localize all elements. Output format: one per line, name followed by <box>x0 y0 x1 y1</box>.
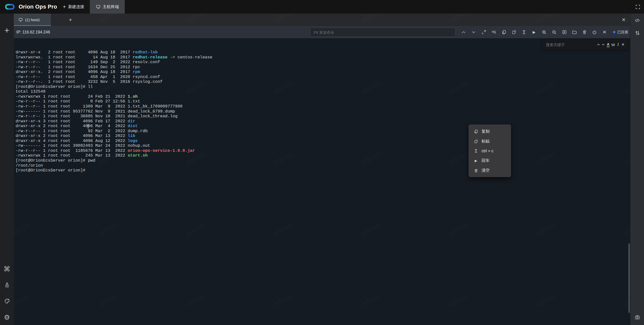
status-label: 已连接 <box>617 30 628 34</box>
terminal-line: -rw-r--r--. 1 root root 3232 Nov 5 2016 … <box>16 79 630 84</box>
match-case-icon[interactable]: A <box>606 40 611 50</box>
copy-icon <box>474 129 478 134</box>
app-logo-icon <box>4 3 16 11</box>
command-icon[interactable]: ⌘ <box>0 264 14 274</box>
send-command-input[interactable] <box>310 28 455 37</box>
paste-icon[interactable] <box>509 26 519 38</box>
session-tab-bar: (1) host1 + ✕ <box>14 14 630 26</box>
terminal-line: drwxr-xr-x 2 root root 4096 Aug 18 2017 … <box>16 50 630 55</box>
code-icon[interactable] <box>630 15 644 26</box>
terminal-line: -rw-r--r-- 1 root root 458 Apr 1 2020 rs… <box>16 75 630 80</box>
swap-vertical-icon[interactable] <box>630 27 644 39</box>
terminal-line: [root@OrionEcsServer orion]# <box>16 168 630 173</box>
screenshot-camera-icon[interactable] <box>630 312 644 322</box>
text-cursor <box>88 124 88 129</box>
host-ip-label: IP: 116.62.194.246 <box>16 26 50 38</box>
status-dot <box>613 31 615 33</box>
add-connection-button[interactable]: + <box>0 25 14 35</box>
terminal-line: -rw------- 1 root root 95377762 Nov 9 20… <box>16 109 630 114</box>
search-input[interactable] <box>546 43 596 47</box>
close-terminal-icon[interactable]: ✕ <box>622 14 626 26</box>
search-log-icon[interactable] <box>489 26 499 38</box>
menu-item-paste[interactable]: 粘贴 <box>469 136 511 146</box>
palette-icon[interactable] <box>0 296 14 306</box>
terminal-scrollbar-thumb[interactable] <box>628 243 630 313</box>
terminal-line: -rw-r--r-- 1 root root 92 Mar 2 2022 dum… <box>16 129 630 134</box>
power-icon[interactable] <box>589 26 599 38</box>
close-icon[interactable]: ✕ <box>599 26 610 38</box>
connection-bar: IP: 116.62.194.246 Σ ▶ <box>14 26 630 38</box>
terminal-line: -rw-r--r-- 1 root root 1634 Dec 25 2012 … <box>16 65 630 70</box>
menu-item-enter[interactable]: ▶ 回车 <box>469 156 511 166</box>
fullscreen-icon[interactable] <box>635 0 640 14</box>
nav-tab-host-terminal[interactable]: 主机终端 <box>90 0 125 14</box>
plus-icon: + <box>63 4 66 10</box>
chevron-down-icon[interactable] <box>469 26 479 38</box>
menu-item-ctrl-c[interactable]: Σ ctrl + c <box>469 146 511 156</box>
settings-gear-icon[interactable]: ⚙ <box>0 312 14 322</box>
monitor-icon <box>18 18 23 22</box>
folder-icon[interactable] <box>569 26 579 38</box>
right-sidebar <box>630 14 644 325</box>
zoom-out-icon[interactable] <box>549 26 559 38</box>
terminal-line: drwxr-xr-x 2 root root 4096 Mar 4 2022 d… <box>16 124 630 129</box>
terminal-line: drwxr-xr-x 3 root root 4096 Feb 17 2022 … <box>16 119 630 124</box>
terminal-line: drwxr-xr-x 2 root root 4096 Mar 13 2022 … <box>16 133 630 138</box>
terminal-search-panel: A W I ✕ <box>543 40 628 50</box>
copy-icon[interactable] <box>499 26 509 38</box>
brand: Orion Ops Pro <box>4 0 57 14</box>
left-sidebar: + ⌘ ⚙ <box>0 14 14 325</box>
terminal-toolbar: Σ ▶ ✕ <box>459 26 610 38</box>
terminal-screen[interactable]: drwxr-xr-x 2 root root 4096 Aug 18 2017 … <box>14 38 630 325</box>
trash-icon[interactable] <box>579 26 589 38</box>
terminal-line: -rw-r--r-- 1 root root 149 Sep 2 2022 re… <box>16 60 630 65</box>
menu-item-copy[interactable]: 复制 <box>469 127 511 136</box>
paste-icon <box>474 139 478 143</box>
terminal-line: lrwxrwxrwx. 1 root root 14 Aug 18 2017 r… <box>16 55 630 60</box>
expand-icon[interactable] <box>479 26 489 38</box>
menu-item-clear[interactable]: 清空 <box>469 166 511 175</box>
terminal-line: -rw-r--r-- 1 root root 36885 Nov 10 2021… <box>16 114 630 119</box>
stamp-icon[interactable] <box>0 280 14 290</box>
terminal-line: drwxr-xr-x. 2 root root 4096 Aug 18 2017… <box>16 69 630 75</box>
play-icon: ▶ <box>474 159 478 163</box>
terminal-line: -rwxrwxrwx 1 root root 24 Feb 21 2022 1.… <box>16 94 630 99</box>
terminal-line: drwxr-xr-x 4 root root 4096 Aug 12 2022 … <box>16 138 630 143</box>
sigma-icon: Σ <box>474 149 478 154</box>
app-header: Orion Ops Pro + 新建连接 主机终端 <box>0 0 644 14</box>
terminal-line: -rwxrwxrwx 1 root root 245 Mar 13 2022 s… <box>16 153 630 158</box>
search-prev-icon[interactable] <box>596 40 601 50</box>
terminal-line: [root@OrionEcsServer orion]# ll <box>16 84 630 89</box>
terminal-line: -rw------- 1 root root 39082493 Mar 24 2… <box>16 143 630 148</box>
new-session-tab-button[interactable]: + <box>66 14 75 26</box>
play-icon[interactable]: ▶ <box>529 26 539 38</box>
terminal-line: /root/orion <box>16 163 630 168</box>
connection-status: 已连接 <box>613 26 628 38</box>
terminal-line: -rw-r--r-- 1 root root 1309 Mar 9 2022 1… <box>16 104 630 109</box>
monitor-icon <box>96 5 101 9</box>
chevron-up-icon[interactable] <box>459 26 469 38</box>
search-close-icon[interactable]: ✕ <box>621 40 626 50</box>
whole-word-icon[interactable]: W <box>611 40 616 50</box>
terminal-line: total 132548 <box>16 89 630 94</box>
session-tab-host1[interactable]: (1) host1 <box>14 14 51 26</box>
regex-icon[interactable]: I <box>616 40 621 50</box>
trash-icon <box>474 168 478 173</box>
terminal-line: [root@OrionEcsServer orion]# pwd <box>16 158 630 163</box>
code-block-icon[interactable] <box>559 26 569 38</box>
nav-tab-new-connection[interactable]: + 新建连接 <box>58 0 89 14</box>
sigma-icon[interactable]: Σ <box>519 26 529 38</box>
context-menu: 复制 粘贴 Σ ctrl + c ▶ 回车 清空 <box>469 125 511 177</box>
search-next-icon[interactable] <box>601 40 606 50</box>
app-title: Orion Ops Pro <box>19 4 57 10</box>
terminal-line: -rw-r--r-- 1 root root 1185676 Mar 13 20… <box>16 148 630 153</box>
zoom-in-icon[interactable] <box>539 26 549 38</box>
terminal-line: -rw-r--r-- 1 root root 0 Feb 27 12:56 1.… <box>16 99 630 104</box>
